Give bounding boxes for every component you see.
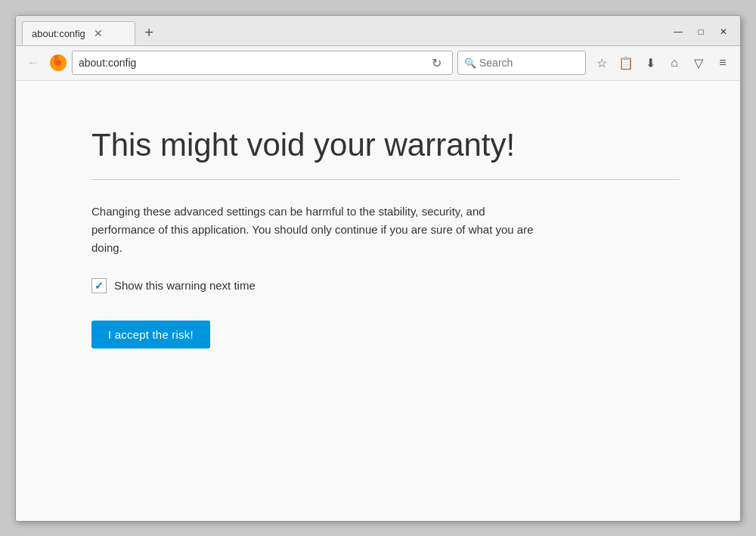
page-title: This might void your warranty! (91, 126, 680, 164)
title-bar: about:config ✕ + — □ ✕ (16, 16, 740, 46)
bookmark-icon: ☆ (596, 56, 607, 70)
toolbar-icons: ☆ 📋 ⬇ ⌂ ▽ ≡ (590, 51, 734, 74)
back-button[interactable]: ← (22, 51, 45, 74)
download-icon: ⬇ (646, 56, 655, 70)
download-button[interactable]: ⬇ (639, 51, 662, 74)
reload-button[interactable]: ↻ (427, 56, 446, 70)
back-icon: ← (27, 56, 39, 70)
home-button[interactable]: ⌂ (663, 51, 686, 74)
maximize-button[interactable]: □ (690, 23, 711, 41)
navigation-bar: ← ↻ 🔍 ☆ 📋 ⬇ ⌂ (16, 46, 740, 81)
hamburger-icon: ≡ (719, 56, 726, 70)
checkbox-label[interactable]: Show this warning next time (114, 279, 256, 292)
reader-icon: 📋 (618, 56, 634, 70)
address-bar-container[interactable]: ↻ (72, 51, 453, 75)
bookmark-button[interactable]: ☆ (590, 51, 613, 74)
pocket-icon: ▽ (694, 56, 703, 70)
browser-window: about:config ✕ + — □ ✕ ← ↻ 🔍 (15, 15, 741, 522)
divider (91, 179, 680, 180)
warning-body-text: Changing these advanced settings can be … (91, 203, 545, 257)
search-input[interactable] (479, 57, 579, 69)
search-icon: 🔍 (464, 57, 476, 69)
pocket-button[interactable]: ▽ (687, 51, 710, 74)
checkmark-icon: ✓ (94, 280, 104, 292)
checkbox-row: ✓ Show this warning next time (91, 278, 680, 293)
address-input[interactable] (79, 57, 423, 69)
tab-title: about:config (32, 28, 85, 39)
svg-point-2 (56, 60, 60, 65)
browser-tab[interactable]: about:config ✕ (22, 21, 135, 45)
window-controls: — □ ✕ (668, 23, 734, 41)
show-warning-checkbox[interactable]: ✓ (91, 278, 107, 293)
firefox-logo (49, 54, 67, 72)
home-icon: ⌂ (671, 56, 678, 70)
tab-close-button[interactable]: ✕ (91, 26, 105, 40)
close-button[interactable]: ✕ (713, 23, 734, 41)
new-tab-button[interactable]: + (138, 23, 160, 44)
accept-risk-button[interactable]: I accept the risk! (91, 321, 210, 349)
page-content: This might void your warranty! Changing … (16, 81, 740, 521)
reader-view-button[interactable]: 📋 (615, 51, 637, 74)
minimize-button[interactable]: — (668, 23, 689, 41)
menu-button[interactable]: ≡ (711, 51, 734, 74)
search-container[interactable]: 🔍 (457, 51, 586, 75)
